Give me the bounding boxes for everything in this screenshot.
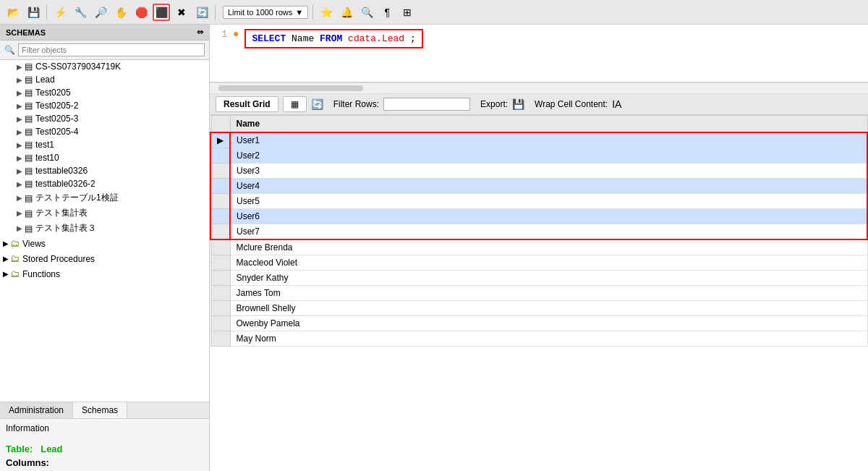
- schemas-icon[interactable]: ⇔: [197, 27, 203, 37]
- hand-icon[interactable]: ✋: [112, 4, 129, 21]
- table-row[interactable]: User3: [210, 164, 867, 179]
- row-indicator: [210, 164, 230, 179]
- table-icon: ▤: [25, 208, 33, 218]
- tree-item-label: test1: [35, 140, 54, 150]
- sql-table-ref: cdata.Lead: [348, 33, 404, 44]
- tree-item[interactable]: ▶ ▤ test10: [0, 151, 209, 164]
- row-indicator: [210, 271, 230, 286]
- open-folder-icon[interactable]: 📂: [4, 4, 22, 21]
- tree-item[interactable]: ▶ ▤ test1: [0, 138, 209, 151]
- grid-icon[interactable]: ⊞: [399, 4, 416, 21]
- tab-administration[interactable]: Administration: [0, 402, 73, 418]
- table-row[interactable]: Maccleod Violet: [210, 255, 867, 271]
- tree-item[interactable]: ▶ ▤ テスト集計表: [0, 205, 209, 221]
- folder-arrow-icon: ▶: [3, 239, 9, 247]
- sql-text-box[interactable]: SELECT Name FROM cdata.Lead ;: [244, 29, 422, 48]
- tree-item[interactable]: ▶ ▤ Test0205-3: [0, 112, 209, 125]
- magnify-icon[interactable]: 🔎: [92, 4, 109, 21]
- table-icon: ▤: [25, 101, 33, 111]
- main-toolbar: 📂 💾 ⚡ 🔧 🔎 ✋ 🛑 ⬛ ✖ 🔄 Limit to 1000 rows ▼…: [0, 0, 868, 25]
- table-row[interactable]: Owenby Pamela: [210, 316, 867, 331]
- tree-item[interactable]: ▶ ▤ testtable0326-2: [0, 177, 209, 190]
- table-row[interactable]: User4: [210, 179, 867, 194]
- table-row[interactable]: James Tom: [210, 286, 867, 301]
- table-icon: ▤: [25, 193, 33, 203]
- star-icon[interactable]: ⭐: [318, 4, 335, 21]
- tree-item[interactable]: ▶ ▤ テスト集計表３: [0, 221, 209, 236]
- tree-item-label: test10: [35, 153, 59, 163]
- table-icon: ▤: [25, 88, 33, 98]
- right-panel: 1 ● SELECT Name FROM cdata.Lead ;: [210, 25, 868, 471]
- result-grid-tab[interactable]: Result Grid: [216, 96, 278, 112]
- limit-label: Limit to 1000 rows: [228, 8, 292, 17]
- form-editor-tab[interactable]: ▦: [283, 96, 307, 112]
- tree-item[interactable]: ▶ ▤ Test0205: [0, 86, 209, 99]
- left-panel: SCHEMAS ⇔ 🔍 ▶ ▤ CS-SS07379034719K ▶ ▤ Le…: [0, 25, 210, 471]
- table-row[interactable]: User7: [210, 224, 867, 240]
- search2-icon[interactable]: 🔍: [358, 4, 375, 21]
- refresh-result-icon[interactable]: 🔄: [311, 98, 323, 110]
- row-indicator: [210, 209, 230, 224]
- information-panel: Information: [0, 418, 209, 438]
- save-icon[interactable]: 💾: [25, 4, 42, 21]
- toolbar-separator-3: [312, 5, 313, 20]
- sql-editor[interactable]: 1 ● SELECT Name FROM cdata.Lead ;: [210, 25, 868, 82]
- data-grid[interactable]: Name ▶User1User2User3User4User5User6User…: [210, 115, 868, 471]
- tree-item[interactable]: ▶ ▤ CS-SS07379034719K: [0, 60, 209, 73]
- wrap-icon[interactable]: IA: [612, 98, 621, 110]
- sql-semicolon: ;: [410, 33, 416, 44]
- table-row[interactable]: Snyder Kathy: [210, 271, 867, 286]
- table-row[interactable]: User6: [210, 209, 867, 224]
- execute-icon[interactable]: ⬛: [153, 4, 170, 21]
- horizontal-scrollbar[interactable]: [210, 82, 868, 94]
- row-indicator: [210, 194, 230, 209]
- lightning-icon[interactable]: ⚡: [51, 4, 69, 21]
- stop-icon[interactable]: 🛑: [132, 4, 150, 21]
- export-icon[interactable]: 💾: [512, 98, 524, 110]
- tab-schemas[interactable]: Schemas: [73, 402, 127, 418]
- name-cell: User7: [230, 224, 867, 240]
- main-layout: SCHEMAS ⇔ 🔍 ▶ ▤ CS-SS07379034719K ▶ ▤ Le…: [0, 25, 868, 471]
- toolbar-separator-2: [215, 5, 216, 20]
- tree-item-label: Lead: [35, 75, 55, 85]
- wrench-icon[interactable]: 🔧: [72, 4, 89, 21]
- table-arrow-icon: ▶: [14, 61, 25, 72]
- table-row[interactable]: May Norm: [210, 331, 867, 347]
- name-cell: User4: [230, 179, 867, 194]
- refresh-icon[interactable]: 🔄: [193, 4, 210, 21]
- tree-item[interactable]: ▶ ▤ Test0205-4: [0, 125, 209, 138]
- row-indicator: [210, 148, 230, 164]
- line-number: 1: [216, 30, 227, 40]
- table-row[interactable]: Brownell Shelly: [210, 301, 867, 316]
- table-icon: ▤: [25, 224, 33, 234]
- name-cell: User5: [230, 194, 867, 209]
- table-row[interactable]: ▶User1: [210, 132, 867, 148]
- tree-item[interactable]: ▶ ▤ テストテーブル1検証: [0, 190, 209, 205]
- wrap-label: Wrap Cell Content:: [535, 99, 608, 109]
- limit-dropdown[interactable]: Limit to 1000 rows ▼: [223, 6, 308, 19]
- table-arrow-icon: ▶: [14, 127, 25, 137]
- table-row[interactable]: User2: [210, 148, 867, 164]
- tree-item[interactable]: ▶ 🗂 Views: [0, 236, 209, 251]
- information-label: Information: [6, 423, 49, 433]
- table-row[interactable]: Mclure Brenda: [210, 239, 867, 255]
- tree-item[interactable]: ▶ ▤ Lead: [0, 73, 209, 86]
- cancel-icon[interactable]: ✖: [173, 4, 190, 21]
- filter-rows-input[interactable]: [383, 98, 470, 111]
- tree-item[interactable]: ▶ ▤ Test0205-2: [0, 99, 209, 112]
- table-row[interactable]: User5: [210, 194, 867, 209]
- table-icon: ▤: [25, 61, 33, 72]
- tree-item[interactable]: ▶ ▤ testtable0326: [0, 164, 209, 177]
- form-icon: ▦: [291, 99, 299, 109]
- pilcrow-icon[interactable]: ¶: [378, 4, 396, 21]
- row-indicator: [210, 316, 230, 331]
- tree-item[interactable]: ▶ 🗂 Stored Procedures: [0, 251, 209, 266]
- filter-input[interactable]: [18, 43, 205, 56]
- folder-icon: 🗂: [10, 268, 20, 279]
- table-arrow-icon: ▶: [14, 75, 25, 85]
- bell-icon[interactable]: 🔔: [338, 4, 355, 21]
- tree-item[interactable]: ▶ 🗂 Functions: [0, 266, 209, 281]
- name-column-header: Name: [230, 116, 867, 133]
- filter-box: 🔍: [0, 41, 209, 60]
- line-dot: ●: [233, 28, 239, 40]
